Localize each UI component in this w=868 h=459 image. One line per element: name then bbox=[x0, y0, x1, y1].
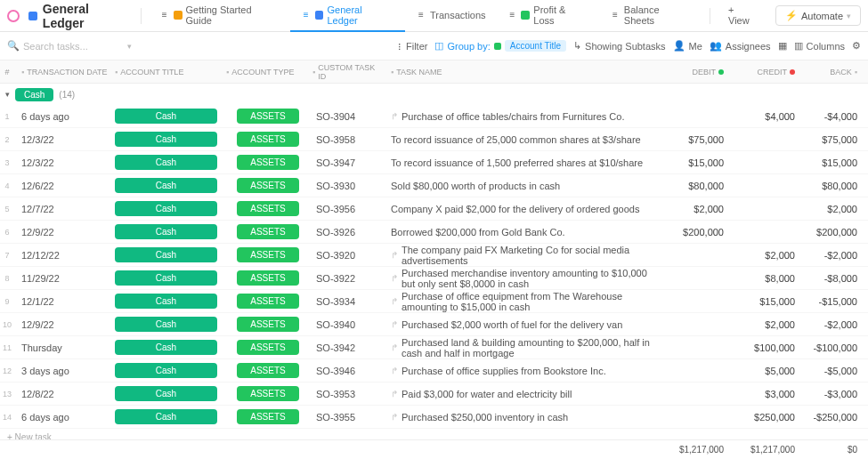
cell-title: Cash bbox=[108, 155, 219, 170]
cell-back: -$8,000 bbox=[806, 273, 868, 284]
subtask-icon: ↳ bbox=[391, 250, 398, 260]
list-icon: ≡ bbox=[610, 10, 621, 20]
cell-back: -$15,000 bbox=[806, 296, 868, 307]
cell-id: SO-3942 bbox=[312, 342, 384, 353]
list-icon: ≡ bbox=[416, 10, 426, 20]
subtask-icon: ↳ bbox=[391, 296, 398, 306]
table-row[interactable]: 12 3 days ago Cash ASSETS SO-3946 ↳Purch… bbox=[0, 359, 868, 382]
cell-date: 12/8/22 bbox=[14, 389, 108, 399]
cell-credit: $2,000 bbox=[734, 319, 806, 330]
cell-type: ASSETS bbox=[219, 409, 312, 424]
table-row[interactable]: 3 12/3/22 Cash ASSETS SO-3947 To record … bbox=[0, 151, 868, 174]
divider bbox=[141, 8, 142, 24]
cell-back: $200,000 bbox=[806, 227, 868, 238]
cell-type: ASSETS bbox=[219, 386, 312, 401]
table-row[interactable]: 4 12/6/22 Cash ASSETS SO-3930 Sold $80,0… bbox=[0, 174, 868, 197]
subtasks-button[interactable]: ↳Showing Subtasks bbox=[573, 40, 666, 52]
cell-type: ASSETS bbox=[219, 340, 312, 355]
header-title[interactable]: ▪ACCOUNT TITLE bbox=[108, 68, 219, 76]
group-count: (14) bbox=[59, 90, 75, 100]
cell-title: Cash bbox=[108, 340, 219, 355]
cell-type: ASSETS bbox=[219, 132, 312, 147]
cell-credit: $100,000 bbox=[734, 342, 806, 353]
chevron-down-icon[interactable]: ▾ bbox=[127, 42, 132, 51]
table-row[interactable]: 11 Thursday Cash ASSETS SO-3942 ↳Purchas… bbox=[0, 336, 868, 359]
header-back[interactable]: BACK▪ bbox=[806, 68, 868, 76]
cell-credit: $4,000 bbox=[734, 111, 806, 122]
cell-back: $75,000 bbox=[806, 134, 868, 145]
me-button[interactable]: 👤Me bbox=[673, 40, 702, 52]
table-row[interactable]: 13 12/8/22 Cash ASSETS SO-3953 ↳Paid $3,… bbox=[0, 382, 868, 406]
cell-name: Sold $80,000 worth of products in cash bbox=[384, 181, 663, 191]
table-row[interactable]: 5 12/7/22 Cash ASSETS SO-3956 Company X … bbox=[0, 197, 868, 221]
table-row[interactable]: 6 12/9/22 Cash ASSETS SO-3926 Borrowed $… bbox=[0, 221, 868, 244]
field-icon: ▪ bbox=[312, 68, 315, 76]
table-row[interactable]: 10 12/9/22 Cash ASSETS SO-3940 ↳Purchase… bbox=[0, 313, 868, 336]
cell-debit: $2,000 bbox=[663, 204, 734, 214]
table-row[interactable]: 7 12/12/22 Cash ASSETS SO-3920 ↳The comp… bbox=[0, 244, 868, 267]
tab-general-ledger[interactable]: ≡General Ledger bbox=[290, 0, 405, 32]
cell-id: SO-3904 bbox=[312, 111, 384, 122]
header-credit[interactable]: CREDIT bbox=[734, 68, 806, 76]
cell-type: ASSETS bbox=[219, 363, 312, 378]
cell-name: Borrowed $200,000 from Gold Bank Co. bbox=[384, 227, 663, 238]
cell-back: $80,000 bbox=[806, 181, 868, 191]
header-name[interactable]: ▪TASK NAME bbox=[384, 68, 663, 76]
tab-transactions[interactable]: ≡Transactions bbox=[405, 0, 497, 32]
cell-credit: $3,000 bbox=[734, 389, 806, 399]
cell-id: SO-3940 bbox=[312, 319, 384, 330]
app-logo-icon bbox=[7, 10, 20, 22]
table-body: ▾ Cash (14) 1 6 days ago Cash ASSETS SO-… bbox=[0, 84, 868, 459]
table-row[interactable]: 9 12/1/22 Cash ASSETS SO-3934 ↳Purchase … bbox=[0, 290, 868, 313]
header-type[interactable]: ▪ACCOUNT TYPE bbox=[219, 68, 312, 76]
add-view-button[interactable]: + View bbox=[718, 0, 768, 32]
table-row[interactable]: 14 6 days ago Cash ASSETS SO-3955 ↳Purch… bbox=[0, 406, 868, 429]
field-icon: ▪ bbox=[226, 68, 229, 76]
total-back: $0 bbox=[806, 445, 868, 455]
row-num: 14 bbox=[0, 413, 14, 422]
cell-name: Company X paid $2,000 for the delivery o… bbox=[384, 204, 663, 214]
cell-type: ASSETS bbox=[219, 317, 312, 332]
cell-name: ↳Paid $3,000 for water and electricity b… bbox=[384, 389, 663, 399]
cell-date: 12/6/22 bbox=[14, 181, 108, 191]
chevron-down-icon[interactable]: ▾ bbox=[5, 90, 10, 99]
page-title: General Ledger bbox=[28, 2, 134, 30]
tab-getting-started-guide[interactable]: ≡Getting Started Guide bbox=[149, 0, 290, 32]
row-num: 3 bbox=[0, 158, 14, 167]
subtask-icon: ↳ bbox=[391, 342, 398, 352]
filter-button[interactable]: ⫶Filter bbox=[397, 41, 427, 52]
columns-button[interactable]: ▥Columns bbox=[794, 40, 845, 52]
table-row[interactable]: 1 6 days ago Cash ASSETS SO-3904 ↳Purcha… bbox=[0, 105, 868, 128]
cell-name: ↳Purchased $2,000 worth of fuel for the … bbox=[384, 319, 663, 330]
tab-profit-loss[interactable]: ≡Profit & Loss bbox=[497, 0, 599, 32]
cell-back: -$4,000 bbox=[806, 111, 868, 122]
header-date[interactable]: ▪TRANSACTION DATE bbox=[14, 68, 108, 76]
automate-button[interactable]: ⚡ Automate ▾ bbox=[775, 5, 861, 26]
header-id[interactable]: ▪CUSTOM TASK ID bbox=[312, 63, 384, 81]
subtask-icon: ↳ bbox=[391, 412, 398, 422]
tab-balance-sheets[interactable]: ≡Balance Sheets bbox=[599, 0, 702, 32]
subtask-icon: ↳ bbox=[391, 389, 398, 399]
cell-title: Cash bbox=[108, 201, 219, 216]
cell-title: Cash bbox=[108, 317, 219, 332]
header-debit[interactable]: DEBIT bbox=[663, 68, 734, 76]
cell-date: 12/9/22 bbox=[14, 319, 108, 330]
search-input[interactable] bbox=[23, 41, 112, 52]
row-num: 4 bbox=[0, 181, 14, 190]
row-num: 11 bbox=[0, 343, 14, 352]
cell-back: $15,000 bbox=[806, 157, 868, 168]
show-button[interactable]: ▦ bbox=[778, 40, 787, 52]
table-row[interactable]: 2 12/3/22 Cash ASSETS SO-3958 To record … bbox=[0, 128, 868, 151]
cell-date: 12/1/22 bbox=[14, 296, 108, 307]
color-swatch-icon bbox=[521, 11, 530, 20]
groupby-value: Account Title bbox=[505, 40, 566, 52]
assignees-button[interactable]: 👥Assignees bbox=[710, 40, 771, 52]
field-icon: ▪ bbox=[115, 68, 118, 76]
subtask-icon: ↳ bbox=[391, 273, 398, 283]
group-header[interactable]: ▾ Cash (14) bbox=[0, 84, 868, 105]
cell-name: ↳Purchase of office equipment from The W… bbox=[384, 291, 663, 312]
settings-button[interactable]: ⚙ bbox=[852, 40, 861, 52]
cell-id: SO-3958 bbox=[312, 134, 384, 145]
groupby-button[interactable]: ◫ Group by: Account Title bbox=[434, 40, 566, 52]
table-row[interactable]: 8 11/29/22 Cash ASSETS SO-3922 ↳Purchase… bbox=[0, 267, 868, 290]
